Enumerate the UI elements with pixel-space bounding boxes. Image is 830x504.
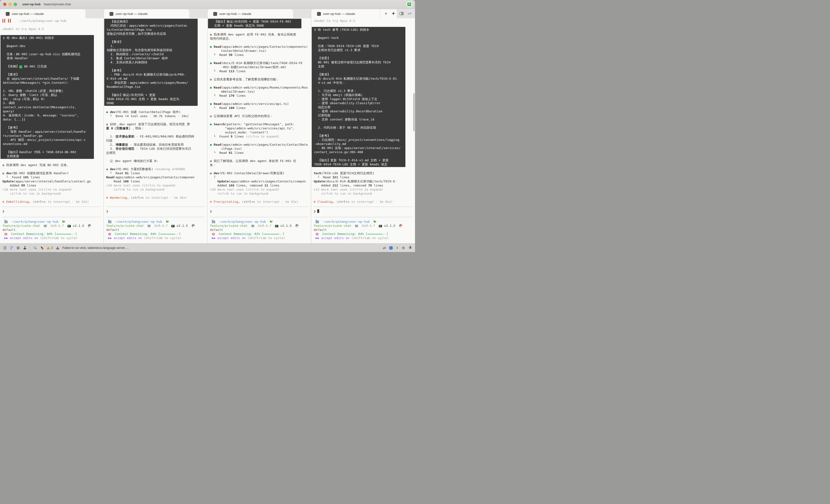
app-badge[interactable]: H: [406, 1, 412, 7]
text-segment: ●: [2, 171, 4, 175]
terminal-line: 志规范: [106, 151, 206, 155]
terminal-line: 【状态检查】: [107, 20, 195, 24]
status-bar-right: ⇄ × ⚙: [383, 246, 412, 249]
terminal-line: [210, 57, 310, 61]
text-segment: +18 more tool uses (ctrl+o to expand): [2, 188, 72, 191]
input-separator: [210, 217, 309, 217]
terminal-input[interactable]: ❯: [2, 209, 102, 214]
text-segment: [212, 86, 214, 89]
text-segment: ~/work/qihang/user-op-hub: [12, 19, 66, 23]
new-tab-button[interactable]: +: [384, 11, 387, 16]
gear-icon[interactable]: ⚙: [402, 246, 405, 249]
tab-strip-section-1: user-op-hub — claude: [0, 9, 104, 18]
terminal-input[interactable]: ❯: [106, 209, 206, 214]
terminal-pane-1[interactable]: ▌▌ ▌▌ ~/work/qihang/user-op-hub /model t…: [0, 18, 104, 243]
terminal-line: 3. 符合项目规范 - TECH-LOG 任务已经说明需要补充日: [106, 147, 206, 151]
tab-terminal-2[interactable]: user-op-hub — claude: [104, 9, 189, 18]
text-segment: [212, 61, 214, 65]
terminal-icon: [6, 12, 10, 16]
terminal-line: [314, 122, 403, 126]
text-segment: to interrupt · 1m 41s): [349, 200, 393, 204]
text-segment: default: [314, 228, 327, 232]
terminal-line: 【输出】Handler 代码 + TASK-E014-BE-002: [3, 150, 92, 154]
tab-terminal-3[interactable]: user-op-hub — claude: [208, 9, 293, 18]
terminal-line: ● dev(FE-001 方案B完整修复) resuming a70586b: [106, 167, 206, 171]
git-branch-icon[interactable]: [10, 246, 13, 249]
tab-strip-section-4: user-op-hub — claude + ↙↗: [311, 9, 415, 18]
text-segment: (apps/admin-web/src/pages/Contacts/Conta…: [221, 143, 308, 146]
close-button[interactable]: [3, 3, 6, 6]
text-segment: (shift+tab to cycle): [144, 236, 182, 240]
text-segment: ●: [210, 77, 212, 81]
terminal-line: [314, 52, 403, 56]
terminal-line: 【输出】更新 TECH-E-014-v1.md 文档 + 更新: [314, 158, 403, 162]
folder-icon: [4, 221, 8, 223]
search-icon[interactable]: [33, 246, 37, 249]
terminal-line: [107, 36, 195, 40]
split-pane-icon[interactable]: [400, 12, 404, 15]
terminal-line: E-014-v0.md: [107, 76, 195, 81]
text-segment: Read: [106, 175, 114, 179]
mic-icon[interactable]: [409, 246, 412, 249]
editor-badge-icon[interactable]: [389, 246, 393, 249]
text-segment: [212, 102, 214, 106]
terminal-line: Read 100 lines: [106, 179, 206, 183]
collapse-pane-icon[interactable]: ↙↗: [408, 12, 411, 15]
notifications-icon[interactable]: [40, 246, 43, 249]
terminal-line: 2. 路由路径：/contacts/:chatId: [107, 52, 195, 56]
terminal-icon: [213, 12, 217, 16]
text-segment: Added: [210, 183, 229, 187]
terminal-line: - PRD：docs/E-014-私聊聊天记录功能/prd/PRD-: [107, 72, 195, 76]
terminal-line: 【输出】验证/补充代码 + 更新: [107, 93, 195, 97]
scrollbar-thumb[interactable]: [413, 93, 415, 131]
divider: [30, 246, 30, 250]
terminal-line: [210, 81, 310, 86]
swap-icon[interactable]: ⇄: [383, 246, 386, 249]
ai-assistant-icon[interactable]: [392, 12, 395, 15]
text-segment: feature/private-chat: [106, 224, 148, 228]
text-segment: [212, 123, 214, 126]
text-segment: ✻ Wandering…: [106, 196, 131, 199]
outline-panel-icon[interactable]: [16, 246, 20, 249]
text-segment: [210, 179, 217, 183]
terminal-line: 【背景】: [314, 56, 403, 60]
terminal-line: 2. Query 参数：limit（可选，默认: [3, 93, 92, 97]
zoom-button[interactable]: [14, 3, 17, 6]
terminal-line: 记录性能: [314, 113, 403, 117]
terminal-line: └ Read 321 lines: [314, 175, 414, 179]
terminal-line: [210, 28, 310, 32]
warning-icon[interactable]: [46, 246, 50, 249]
window-title: user-op-hub feature/private-chat: [22, 2, 71, 6]
text-segment: default: [210, 228, 223, 232]
terminal-icon: [317, 12, 321, 16]
text-segment: (docs/E-014-私聊聊天记录功能/tech/TECH-E-: [325, 179, 397, 183]
terminal-line: ❯ 给 tech 泰哥（TECH-LOG）的指令: [314, 28, 403, 32]
terminal-line: └ Read 100 lines: [210, 106, 310, 110]
minimize-button[interactable]: [8, 3, 12, 6]
terminal-line: +18 more tool uses (ctrl+o to expand): [2, 188, 102, 192]
collab-panel-icon[interactable]: [23, 246, 27, 249]
terminal-pane-2[interactable]: 【状态检查】 代码已存在：apps/admin-web/src/pages/Co…: [104, 18, 208, 243]
pager-icon: [67, 225, 71, 227]
terminal-pane-4[interactable]: /model to try Opus 4.5 ❯ 给 tech 泰哥（TECH-…: [311, 18, 415, 243]
terminal-line: [106, 192, 206, 196]
terminal-input[interactable]: ❯: [210, 209, 310, 214]
terminal-line: ● dev(BE-002 创建私聊消息查询 Handler): [2, 171, 102, 175]
terminal-line: 【输出】验证/补充代码 + 更新 TASK-E014-FE-002: [211, 20, 299, 24]
close-icon[interactable]: ×: [396, 246, 398, 249]
text-segment: (apps/admin-web/src/pages/Contacts/compo…: [221, 45, 308, 48]
tab-terminal-1[interactable]: user-op-hub — claude: [0, 9, 86, 18]
terminal-line: 2. 代码示例：基于 BE-001 的实际实现: [314, 126, 403, 130]
project-panel-icon[interactable]: [3, 246, 6, 249]
terminal-input[interactable]: ❯: [314, 209, 414, 214]
status-message[interactable]: Failed to run vtsls, tailwindcss-languag…: [62, 246, 129, 249]
terminal-content-4: /model to try Opus 4.5 ❯ 给 tech 泰哥（TECH-…: [311, 18, 415, 243]
terminal-line: ● dev(FE-001 创建 ContactDetailPage 组件): [106, 110, 206, 114]
text-segment: resuming a70586b: [155, 167, 185, 171]
terminal-line: ● Read(apps/admin-web/src/pages/Rooms/co…: [210, 86, 310, 90]
diagnostics-icon[interactable]: [56, 246, 59, 249]
terminal-pane-3[interactable]: 【输出】验证/补充代码 + 更新 TASK-E014-FE-002 文档 + 更…: [208, 18, 311, 243]
text-segment: └ Read: [210, 94, 229, 97]
terminal-line: 50）、skip（可选，默认 0）: [3, 97, 92, 101]
text-segment: 113: [229, 69, 234, 73]
